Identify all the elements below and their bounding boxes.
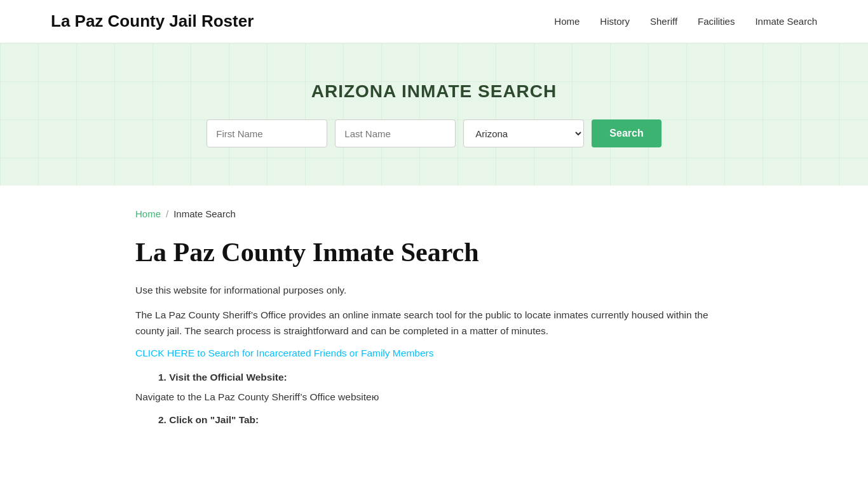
site-logo[interactable]: La Paz County Jail Roster [51, 11, 254, 31]
hero-section: ARIZONA INMATE SEARCH Arizona Search [0, 43, 868, 186]
nav-facilities[interactable]: Facilities [698, 16, 735, 27]
breadcrumb: Home / Inmate Search [135, 208, 733, 219]
search-button[interactable]: Search [592, 119, 661, 147]
step-2-label: 2. Click on "Jail" Tab: [158, 414, 733, 426]
step-1-label: 1. Visit the Official Website: [158, 372, 733, 383]
step-2-strong: 2. Click on "Jail" Tab: [158, 414, 259, 425]
state-select[interactable]: Arizona [463, 119, 584, 147]
nav-sheriff[interactable]: Sheriff [650, 16, 677, 27]
last-name-input[interactable] [335, 119, 456, 147]
step-1-strong: 1. Visit the Official Website: [158, 372, 287, 383]
page-title: La Paz County Inmate Search [135, 237, 733, 268]
intro-paragraph-1: Use this website for informational purpo… [135, 283, 733, 299]
breadcrumb-home[interactable]: Home [135, 208, 161, 219]
main-nav: Home History Sheriff Facilities Inmate S… [554, 16, 817, 27]
main-content: Home / Inmate Search La Paz County Inmat… [85, 186, 783, 470]
breadcrumb-current: Inmate Search [173, 208, 236, 219]
intro-paragraph-2: The La Paz County Sheriff’s Office provi… [135, 308, 733, 339]
site-header: La Paz County Jail Roster Home History S… [0, 0, 868, 43]
nav-inmate-search[interactable]: Inmate Search [755, 16, 817, 27]
first-name-input[interactable] [207, 119, 327, 147]
breadcrumb-separator: / [166, 208, 168, 219]
click-here-link[interactable]: CLICK HERE to Search for Incarcerated Fr… [135, 348, 433, 359]
nav-history[interactable]: History [600, 16, 630, 27]
hero-title: ARIZONA INMATE SEARCH [13, 81, 855, 102]
step-1-body: Navigate to the La Paz County Sheriff’s … [135, 390, 733, 405]
search-form: Arizona Search [13, 119, 855, 147]
nav-home[interactable]: Home [554, 16, 580, 27]
